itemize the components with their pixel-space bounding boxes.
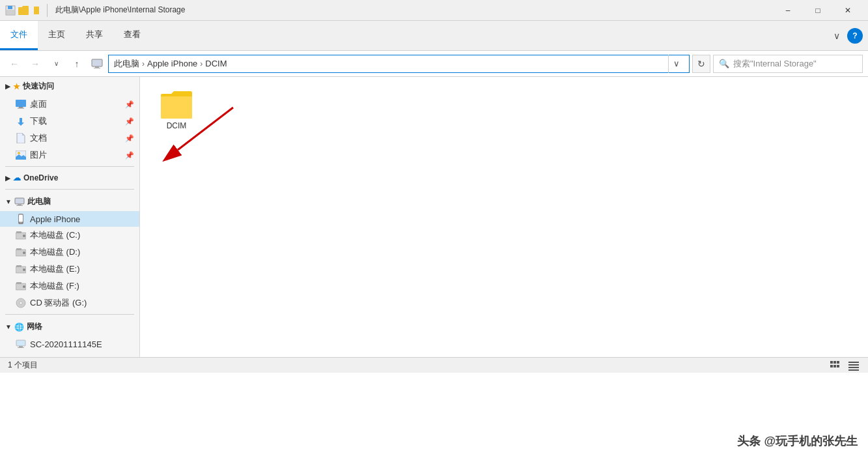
svg-rect-39 [837,361,839,364]
local-c-label: 本地磁盘 (C:) [30,229,80,241]
svg-rect-5 [95,66,99,68]
search-icon: 🔍 [719,59,729,68]
main-layout: ▶ ★ 快速访问 桌面 📌 [0,77,868,357]
sidebar-item-downloads[interactable]: 下载 📌 [0,113,139,130]
svg-rect-13 [18,204,21,205]
breadcrumb-internal-storage[interactable]: DCIM [205,59,227,68]
network-label: 网络 [27,321,42,332]
svg-rect-33 [19,346,23,347]
svg-rect-6 [94,68,100,68]
maximize-button[interactable]: □ [803,0,833,21]
svg-rect-29 [16,282,21,284]
svg-rect-42 [837,365,839,367]
back-button[interactable]: ← [5,55,23,73]
item-count: 1 个项目 [8,360,38,371]
network-header[interactable]: ▼ 🌐 网络 [0,317,139,336]
close-button[interactable]: ✕ [833,0,863,21]
search-box[interactable]: 🔍 搜索"Internal Storage" [713,55,863,73]
svg-rect-40 [830,365,833,367]
pin-icon-pictures: 📌 [125,151,134,160]
tab-share[interactable]: 共享 [76,21,113,50]
sidebar-item-local-e[interactable]: 本地磁盘 (E:) [0,261,139,278]
svg-rect-46 [848,369,859,371]
detail-view-button[interactable] [847,359,860,372]
status-bar: 1 个项目 [0,357,868,373]
sc-computer-label: SC-20201111145E [30,339,102,349]
svg-rect-14 [16,205,23,206]
svg-point-11 [18,152,20,154]
svg-rect-2 [7,10,14,14]
ribbon-expand-button[interactable]: ∨ [829,28,845,44]
title-bar: 此电脑\Apple iPhone\Internal Storage – □ ✕ [0,0,868,21]
pictures-label: 图片 [30,149,47,161]
address-dropdown-button[interactable]: ∨ [668,55,684,73]
tab-file[interactable]: 文件 [0,21,38,50]
breadcrumb-apple-iphone[interactable]: Apple iPhone [147,59,197,68]
content-area: DCIM [140,77,868,357]
cd-drive-icon [16,298,26,308]
svg-rect-26 [16,265,21,267]
network-icon: 🌐 [14,323,24,332]
pictures-icon [16,150,26,160]
local-e-label: 本地磁盘 (E:) [30,263,80,275]
star-icon: ★ [13,82,20,91]
sidebar-item-cd-drive[interactable]: CD 驱动器 (G:) [0,295,139,311]
documents-label: 文档 [30,132,47,144]
onedrive-label: OneDrive [23,173,58,182]
svg-rect-32 [16,340,25,346]
separator-3 [5,314,134,315]
sidebar-item-documents[interactable]: 文档 📌 [0,130,139,147]
svg-rect-43 [848,362,859,363]
svg-point-28 [23,285,25,288]
save-icon [5,5,16,16]
title-bar-icons [5,4,50,17]
svg-point-25 [23,268,25,271]
ribbon: 文件 主页 共享 查看 ∨ ? [0,21,868,51]
svg-point-17 [20,222,21,223]
tab-home[interactable]: 主页 [38,21,76,50]
forward-button[interactable]: → [26,55,44,73]
sidebar-item-apple-iphone[interactable]: Apple iPhone [0,211,139,227]
chevron-icon-network: ▼ [5,323,12,330]
sidebar-item-sc-computer[interactable]: SC-20201111145E [0,336,139,352]
sidebar-item-local-c[interactable]: 本地磁盘 (C:) [0,227,139,244]
address-input[interactable]: 此电脑 › Apple iPhone › DCIM ∨ [108,55,690,73]
sidebar-item-local-d[interactable]: 本地磁盘 (D:) [0,244,139,261]
pin-icon-title [31,5,42,16]
refresh-button[interactable]: ↻ [692,55,710,73]
recent-button[interactable]: ∨ [47,55,65,73]
sidebar-item-pictures[interactable]: 图片 📌 [0,147,139,164]
minimize-button[interactable]: – [773,0,803,21]
breadcrumb-this-pc[interactable]: 此电脑 [114,58,139,70]
search-placeholder: 搜索"Internal Storage" [733,58,817,70]
up-button[interactable]: ↑ [68,55,86,73]
desktop-icon [16,99,26,109]
chevron-icon-quick-access: ▶ [5,83,10,90]
drive-c-icon [16,230,26,240]
tab-view[interactable]: 查看 [113,21,151,50]
folder-dcim[interactable]: DCIM [150,87,203,133]
drive-e-icon [16,264,26,274]
quick-access-header[interactable]: ▶ ★ 快速访问 [0,77,139,96]
svg-rect-12 [15,198,24,204]
onedrive-icon: ☁ [13,173,21,182]
drive-d-icon [16,247,26,257]
help-button[interactable]: ? [847,28,863,44]
downloads-label: 下载 [30,115,47,127]
svg-rect-41 [833,365,836,367]
title-bar-path: 此电脑\Apple iPhone\Internal Storage [55,5,773,16]
sidebar-item-local-f[interactable]: 本地磁盘 (F:) [0,278,139,295]
list-view-button[interactable] [829,359,842,372]
svg-rect-38 [833,361,836,364]
dcim-label: DCIM [167,121,187,130]
pin-icon-documents: 📌 [125,134,134,143]
cd-drive-label: CD 驱动器 (G:) [30,297,87,309]
separator-1 [5,166,134,167]
this-pc-header[interactable]: ▼ 此电脑 [0,192,139,211]
svg-rect-8 [19,107,23,108]
svg-rect-16 [19,215,23,222]
apple-iphone-label: Apple iPhone [30,214,80,224]
local-f-label: 本地磁盘 (F:) [30,280,79,292]
onedrive-header[interactable]: ▶ ☁ OneDrive [0,169,139,186]
sidebar-item-desktop[interactable]: 桌面 📌 [0,96,139,113]
